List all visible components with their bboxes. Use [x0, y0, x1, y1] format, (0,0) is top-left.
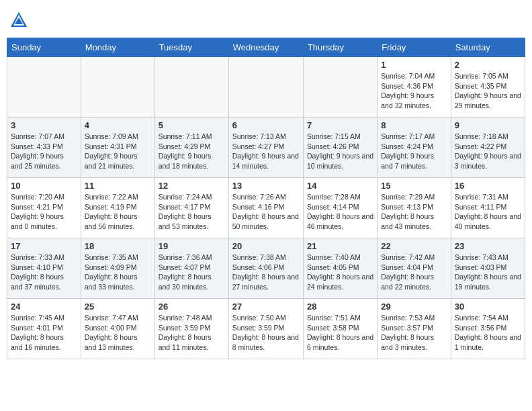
day-info: Sunrise: 7:29 AM Sunset: 4:13 PM Dayligh… [381, 192, 447, 232]
day-info: Sunrise: 7:47 AM Sunset: 4:00 PM Dayligh… [85, 313, 151, 353]
calendar-cell: 7Sunrise: 7:15 AM Sunset: 4:26 PM Daylig… [303, 118, 377, 178]
day-number: 4 [85, 120, 151, 130]
column-header-friday: Friday [378, 38, 451, 57]
day-info: Sunrise: 7:54 AM Sunset: 3:56 PM Dayligh… [455, 313, 521, 353]
calendar-cell: 18Sunrise: 7:35 AM Sunset: 4:09 PM Dayli… [81, 238, 154, 299]
calendar-cell: 25Sunrise: 7:47 AM Sunset: 4:00 PM Dayli… [81, 299, 154, 359]
calendar-cell [303, 57, 377, 118]
calendar-cell: 12Sunrise: 7:24 AM Sunset: 4:17 PM Dayli… [154, 178, 228, 238]
day-number: 9 [455, 120, 521, 130]
logo [9, 11, 31, 30]
day-info: Sunrise: 7:18 AM Sunset: 4:22 PM Dayligh… [455, 132, 521, 171]
day-info: Sunrise: 7:05 AM Sunset: 4:35 PM Dayligh… [455, 71, 521, 111]
calendar-cell: 20Sunrise: 7:38 AM Sunset: 4:06 PM Dayli… [228, 238, 303, 299]
day-number: 23 [455, 241, 521, 251]
calendar-header-row: SundayMondayTuesdayWednesdayThursdayFrid… [7, 38, 525, 57]
calendar-cell: 6Sunrise: 7:13 AM Sunset: 4:27 PM Daylig… [228, 118, 303, 178]
day-number: 21 [307, 241, 373, 251]
day-number: 11 [85, 181, 151, 191]
week-row-1: 1Sunrise: 7:04 AM Sunset: 4:36 PM Daylig… [7, 57, 525, 118]
calendar-cell: 15Sunrise: 7:29 AM Sunset: 4:13 PM Dayli… [378, 178, 451, 238]
week-row-4: 17Sunrise: 7:33 AM Sunset: 4:10 PM Dayli… [7, 238, 525, 299]
column-header-monday: Monday [81, 38, 154, 57]
day-number: 26 [159, 302, 225, 312]
day-info: Sunrise: 7:22 AM Sunset: 4:19 PM Dayligh… [85, 192, 151, 232]
day-number: 7 [307, 120, 373, 130]
day-number: 15 [381, 181, 447, 191]
day-info: Sunrise: 7:20 AM Sunset: 4:21 PM Dayligh… [11, 192, 77, 232]
day-info: Sunrise: 7:48 AM Sunset: 3:59 PM Dayligh… [159, 313, 225, 353]
calendar-cell [154, 57, 228, 118]
day-number: 16 [455, 181, 521, 191]
day-number: 14 [307, 181, 373, 191]
page-header [7, 7, 525, 34]
day-number: 17 [11, 241, 77, 251]
day-info: Sunrise: 7:15 AM Sunset: 4:26 PM Dayligh… [307, 132, 373, 171]
day-info: Sunrise: 7:33 AM Sunset: 4:10 PM Dayligh… [11, 253, 77, 292]
calendar-cell [228, 57, 303, 118]
calendar-cell: 8Sunrise: 7:17 AM Sunset: 4:24 PM Daylig… [378, 118, 451, 178]
calendar-cell: 22Sunrise: 7:42 AM Sunset: 4:04 PM Dayli… [378, 238, 451, 299]
calendar-cell: 23Sunrise: 7:43 AM Sunset: 4:03 PM Dayli… [451, 238, 525, 299]
column-header-tuesday: Tuesday [154, 38, 228, 57]
calendar-cell: 29Sunrise: 7:53 AM Sunset: 3:57 PM Dayli… [378, 299, 451, 359]
day-number: 19 [159, 241, 225, 251]
day-number: 24 [11, 302, 77, 312]
calendar-cell [7, 57, 81, 118]
calendar-cell: 5Sunrise: 7:11 AM Sunset: 4:29 PM Daylig… [154, 118, 228, 178]
calendar-cell: 1Sunrise: 7:04 AM Sunset: 4:36 PM Daylig… [378, 57, 451, 118]
column-header-thursday: Thursday [303, 38, 377, 57]
day-info: Sunrise: 7:40 AM Sunset: 4:05 PM Dayligh… [307, 253, 373, 292]
calendar-table: SundayMondayTuesdayWednesdayThursdayFrid… [7, 38, 525, 359]
day-info: Sunrise: 7:31 AM Sunset: 4:11 PM Dayligh… [455, 192, 521, 232]
calendar-cell: 28Sunrise: 7:51 AM Sunset: 3:58 PM Dayli… [303, 299, 377, 359]
day-number: 5 [159, 120, 225, 130]
day-info: Sunrise: 7:51 AM Sunset: 3:58 PM Dayligh… [307, 313, 373, 353]
week-row-5: 24Sunrise: 7:45 AM Sunset: 4:01 PM Dayli… [7, 299, 525, 359]
column-header-sunday: Sunday [7, 38, 81, 57]
day-number: 28 [307, 302, 373, 312]
day-number: 22 [381, 241, 447, 251]
calendar-cell: 13Sunrise: 7:26 AM Sunset: 4:16 PM Dayli… [228, 178, 303, 238]
week-row-3: 10Sunrise: 7:20 AM Sunset: 4:21 PM Dayli… [7, 178, 525, 238]
day-info: Sunrise: 7:50 AM Sunset: 3:59 PM Dayligh… [232, 313, 300, 353]
day-info: Sunrise: 7:26 AM Sunset: 4:16 PM Dayligh… [232, 192, 300, 232]
day-number: 1 [381, 60, 447, 70]
calendar-cell: 11Sunrise: 7:22 AM Sunset: 4:19 PM Dayli… [81, 178, 154, 238]
day-number: 20 [232, 241, 300, 251]
day-info: Sunrise: 7:28 AM Sunset: 4:14 PM Dayligh… [307, 192, 373, 232]
calendar-cell: 24Sunrise: 7:45 AM Sunset: 4:01 PM Dayli… [7, 299, 81, 359]
day-number: 27 [232, 302, 300, 312]
day-number: 29 [381, 302, 447, 312]
calendar-cell: 9Sunrise: 7:18 AM Sunset: 4:22 PM Daylig… [451, 118, 525, 178]
column-header-wednesday: Wednesday [228, 38, 303, 57]
calendar-cell: 3Sunrise: 7:07 AM Sunset: 4:33 PM Daylig… [7, 118, 81, 178]
day-number: 8 [381, 120, 447, 130]
day-info: Sunrise: 7:24 AM Sunset: 4:17 PM Dayligh… [159, 192, 225, 232]
day-info: Sunrise: 7:07 AM Sunset: 4:33 PM Dayligh… [11, 132, 77, 171]
day-info: Sunrise: 7:43 AM Sunset: 4:03 PM Dayligh… [455, 253, 521, 292]
day-number: 30 [455, 302, 521, 312]
day-number: 3 [11, 120, 77, 130]
day-number: 2 [455, 60, 521, 70]
calendar-cell: 17Sunrise: 7:33 AM Sunset: 4:10 PM Dayli… [7, 238, 81, 299]
calendar-cell: 30Sunrise: 7:54 AM Sunset: 3:56 PM Dayli… [451, 299, 525, 359]
day-info: Sunrise: 7:04 AM Sunset: 4:36 PM Dayligh… [381, 71, 447, 111]
column-header-saturday: Saturday [451, 38, 525, 57]
day-info: Sunrise: 7:38 AM Sunset: 4:06 PM Dayligh… [232, 253, 300, 292]
day-info: Sunrise: 7:11 AM Sunset: 4:29 PM Dayligh… [159, 132, 225, 171]
calendar-cell: 2Sunrise: 7:05 AM Sunset: 4:35 PM Daylig… [451, 57, 525, 118]
week-row-2: 3Sunrise: 7:07 AM Sunset: 4:33 PM Daylig… [7, 118, 525, 178]
day-info: Sunrise: 7:53 AM Sunset: 3:57 PM Dayligh… [381, 313, 447, 353]
calendar-cell: 14Sunrise: 7:28 AM Sunset: 4:14 PM Dayli… [303, 178, 377, 238]
day-number: 10 [11, 181, 77, 191]
day-number: 25 [85, 302, 151, 312]
calendar-cell: 27Sunrise: 7:50 AM Sunset: 3:59 PM Dayli… [228, 299, 303, 359]
calendar-cell: 10Sunrise: 7:20 AM Sunset: 4:21 PM Dayli… [7, 178, 81, 238]
logo-icon [9, 11, 28, 30]
day-number: 13 [232, 181, 300, 191]
calendar-cell [81, 57, 154, 118]
day-number: 6 [232, 120, 300, 130]
calendar-cell: 4Sunrise: 7:09 AM Sunset: 4:31 PM Daylig… [81, 118, 154, 178]
calendar-cell: 21Sunrise: 7:40 AM Sunset: 4:05 PM Dayli… [303, 238, 377, 299]
